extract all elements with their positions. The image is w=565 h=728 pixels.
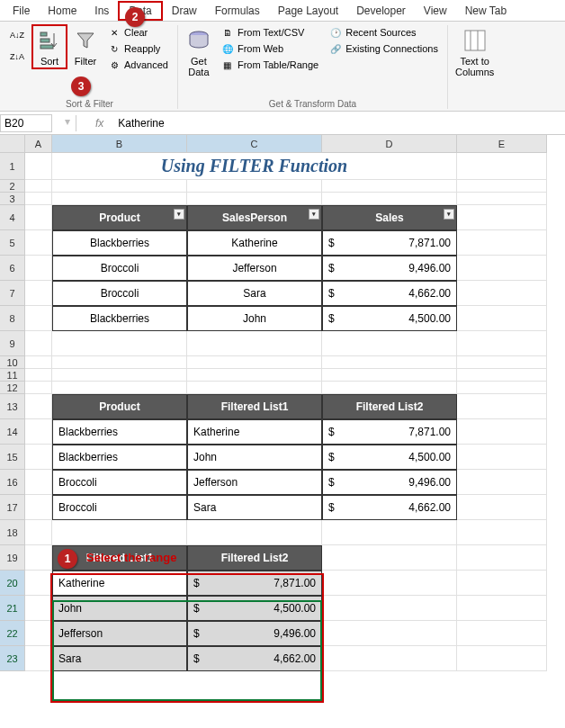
cell[interactable]: John [187,445,322,470]
fx-icon[interactable]: fx [88,117,111,130]
get-data-button[interactable]: Get Data [184,25,214,79]
cell[interactable]: $7,871.00 [322,419,457,445]
name-box[interactable] [0,114,52,132]
row-header[interactable]: 18 [0,520,25,545]
cell[interactable]: Jefferson [187,470,322,495]
tab-home[interactable]: Home [39,3,85,19]
cell[interactable] [25,596,52,621]
col-header[interactable]: E [457,135,547,153]
cell[interactable] [322,571,457,596]
text-to-columns-button[interactable]: Text to Columns [453,25,496,79]
row-header[interactable]: 22 [0,621,25,646]
cell[interactable] [457,495,547,520]
cell[interactable] [457,281,547,306]
cell[interactable] [52,382,187,394]
tab-new[interactable]: New Tab [456,3,516,19]
cell[interactable] [322,193,457,205]
cell[interactable] [322,331,457,356]
cell[interactable]: Broccoli [52,495,187,520]
table-header[interactable]: Filtered List2 [187,545,322,571]
cell[interactable] [25,193,52,205]
cell[interactable]: Blackberries [52,419,187,445]
cell[interactable] [457,153,547,180]
cell[interactable] [52,520,187,545]
cell[interactable]: Jefferson [52,621,187,646]
cell[interactable] [457,382,547,394]
cell[interactable] [187,520,322,545]
cell[interactable] [25,230,52,256]
sort-asc-button[interactable]: A↓Z [7,25,27,45]
cell[interactable]: John [187,306,322,331]
cell[interactable] [457,331,547,356]
col-header[interactable]: D [322,135,457,153]
cell[interactable]: Blackberries [52,306,187,331]
row-header[interactable]: 23 [0,646,25,671]
cell[interactable]: $4,662.00 [322,281,457,306]
from-table-range-button[interactable]: ▦From Table/Range [218,58,322,72]
formula-input[interactable]: Katherine [111,115,565,131]
row-header[interactable]: 11 [0,369,25,382]
cell[interactable] [187,193,322,205]
dropdown-icon[interactable]: ▾ [65,115,70,131]
row-header[interactable]: 16 [0,470,25,495]
cell[interactable] [25,306,52,331]
cell[interactable] [457,180,547,193]
cell[interactable]: Katherine [187,419,322,445]
cell[interactable] [457,193,547,205]
cell[interactable]: Sara [52,646,187,671]
cell[interactable] [457,571,547,596]
cell[interactable] [457,230,547,256]
col-header[interactable]: B [52,135,187,153]
cell[interactable]: $9,496.00 [322,256,457,281]
table-header[interactable]: Sales▾ [322,205,457,230]
cell[interactable] [322,369,457,382]
cell[interactable] [25,281,52,306]
row-header[interactable]: 15 [0,445,25,470]
sort-desc-button[interactable]: Z↓A [7,47,27,67]
cell[interactable]: Broccoli [52,470,187,495]
cell[interactable] [52,356,187,369]
row-header[interactable]: 7 [0,281,25,306]
cell[interactable] [25,445,52,470]
cell[interactable] [52,193,187,205]
row-header[interactable]: 12 [0,382,25,394]
cell[interactable] [187,382,322,394]
cell[interactable] [25,470,52,495]
reapply-button[interactable]: ↻Reapply [104,41,172,56]
existing-connections-button[interactable]: 🔗Existing Connections [326,41,442,56]
cell[interactable]: $4,662.00 [322,495,457,520]
cell[interactable] [187,180,322,193]
cell[interactable]: Broccoli [52,256,187,281]
row-header[interactable]: 6 [0,256,25,281]
table-header[interactable]: Product [52,394,187,419]
advanced-button[interactable]: ⚙Advanced [104,58,172,72]
cell[interactable] [457,306,547,331]
cell[interactable] [52,369,187,382]
cell[interactable] [187,369,322,382]
table-header[interactable]: Product▾ [52,205,187,230]
cell[interactable]: $4,662.00 [187,646,322,671]
row-header[interactable]: 3 [0,193,25,205]
cell[interactable]: $4,500.00 [322,306,457,331]
row-header[interactable]: 10 [0,356,25,369]
recent-sources-button[interactable]: 🕑Recent Sources [326,25,442,40]
table-header[interactable]: SalesPerson▾ [187,205,322,230]
row-header[interactable]: 21 [0,596,25,621]
tab-formulas[interactable]: Formulas [206,3,269,19]
table-header[interactable]: Filtered List1 [187,394,322,419]
row-header[interactable]: 13 [0,394,25,419]
cell[interactable] [25,356,52,369]
cell[interactable] [187,356,322,369]
cell[interactable]: Sara [187,281,322,306]
row-header[interactable]: 8 [0,306,25,331]
row-header[interactable]: 1 [0,153,25,180]
cell[interactable] [187,331,322,356]
cell[interactable] [457,445,547,470]
cell[interactable] [25,646,52,671]
cell[interactable]: Sara [187,495,322,520]
cell[interactable]: Katherine [52,571,187,596]
row-header[interactable]: 9 [0,331,25,356]
cell[interactable] [25,571,52,596]
from-web-button[interactable]: 🌐From Web [218,41,322,56]
from-text-csv-button[interactable]: 🗎From Text/CSV [218,25,322,40]
